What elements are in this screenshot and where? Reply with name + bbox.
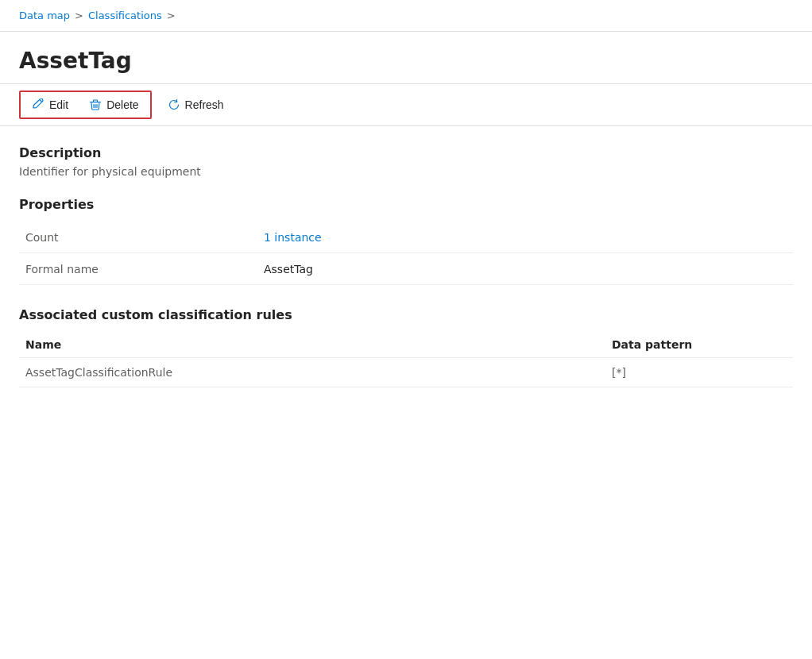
breadcrumb: Data map > Classifications > [0,0,812,32]
page-title-section: AssetTag [0,32,812,84]
property-label-count: Count [25,231,264,244]
property-value-count[interactable]: 1 instance [264,231,322,244]
table-row: AssetTagClassificationRule [*] [19,358,793,387]
rules-header-row: Name Data pattern [19,332,793,358]
edit-button[interactable]: Edit [22,94,78,116]
rules-title: Associated custom classification rules [19,307,793,322]
property-row-formal-name: Formal name AssetTag [19,253,793,285]
page-container: Data map > Classifications > AssetTag Ed… [0,0,812,659]
property-row-count: Count 1 instance [19,222,793,253]
toolbar-group-edit-delete: Edit Delete [19,91,152,119]
description-text: Identifier for physical equipment [19,165,793,178]
refresh-button[interactable]: Refresh [158,94,234,116]
rules-table: Name Data pattern AssetTagClassification… [19,332,793,387]
rules-header-pattern: Data pattern [612,338,787,351]
rule-name: AssetTagClassificationRule [25,366,612,379]
property-value-formal-name: AssetTag [264,263,313,276]
rules-header-name: Name [25,338,612,351]
description-title: Description [19,145,793,160]
breadcrumb-classifications[interactable]: Classifications [88,10,162,21]
classification-rules-section: Associated custom classification rules N… [19,307,793,387]
toolbar: Edit Delete [0,84,812,126]
edit-icon [32,98,44,111]
refresh-icon [168,98,180,111]
page-title: AssetTag [19,48,793,74]
svg-rect-0 [90,102,101,102]
description-section: Description Identifier for physical equi… [19,145,793,178]
breadcrumb-separator-1: > [75,10,83,21]
refresh-label: Refresh [185,98,224,111]
delete-label: Delete [106,98,138,111]
delete-icon [89,98,102,111]
properties-section: Properties Count 1 instance Formal name … [19,197,793,285]
properties-title: Properties [19,197,793,212]
delete-button[interactable]: Delete [79,94,148,116]
breadcrumb-separator-2: > [167,10,176,21]
edit-label: Edit [49,98,68,111]
content-area: Description Identifier for physical equi… [0,126,812,407]
breadcrumb-data-map[interactable]: Data map [19,10,70,21]
rule-pattern: [*] [612,366,787,379]
property-label-formal-name: Formal name [25,263,264,276]
